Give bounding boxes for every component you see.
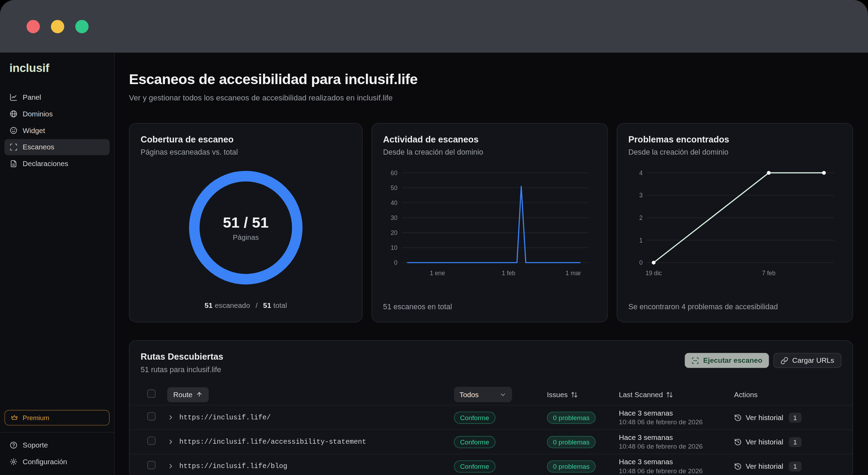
window-close-button[interactable] <box>27 20 40 33</box>
issues-sort-button[interactable]: Issues <box>547 390 578 399</box>
status-badge: Conforme <box>454 411 495 424</box>
globe-icon <box>9 110 18 118</box>
app-body: inclusif Panel Dominios Widget <box>0 52 868 475</box>
chevron-right-icon[interactable] <box>167 438 175 445</box>
status-badge: Conforme <box>454 436 495 448</box>
last-scanned-header-label: Last Scanned <box>619 390 663 399</box>
sidebar: inclusif Panel Dominios Widget <box>0 52 115 475</box>
sidebar-footer: Soporte Configuración <box>0 433 114 475</box>
sidebar-item-declaraciones[interactable]: Declaraciones <box>5 156 110 172</box>
sidebar-item-label: Soporte <box>23 441 48 449</box>
history-count-badge: 1 <box>789 437 801 447</box>
window-minimize-button[interactable] <box>51 20 64 33</box>
page-title: Escaneos de accesibilidad para inclusif.… <box>129 71 868 88</box>
table-body: https://inclusif.life/ Conforme 0 proble… <box>130 405 852 475</box>
svg-text:19 dic: 19 dic <box>645 270 662 277</box>
card-title: Cobertura de escaneo <box>141 134 351 145</box>
crown-icon <box>10 414 18 421</box>
issues-cell: 0 problemas <box>547 436 619 448</box>
status-cell: Conforme <box>454 436 547 448</box>
route-sort-button[interactable]: Route <box>167 387 209 402</box>
status-badge: Conforme <box>454 460 495 472</box>
row-checkbox[interactable] <box>147 461 156 469</box>
card-title: Problemas encontrados <box>628 134 842 145</box>
help-circle-icon <box>9 441 18 449</box>
smiley-icon <box>9 126 18 135</box>
sidebar-item-label: Dominios <box>23 110 52 118</box>
window-titlebar <box>0 0 868 52</box>
history-count-badge: 1 <box>789 461 801 471</box>
window-zoom-button[interactable] <box>75 20 89 33</box>
svg-text:30: 30 <box>391 214 398 221</box>
svg-text:50: 50 <box>391 185 398 191</box>
select-all-cell <box>130 390 167 400</box>
stage: inclusif Panel Dominios Widget <box>0 0 868 475</box>
route-cell: https://inclusif.life/ <box>167 413 454 421</box>
load-urls-label: Cargar URLs <box>792 356 834 365</box>
actions-cell: Ver historial 1 <box>734 461 852 471</box>
svg-text:4: 4 <box>639 170 643 177</box>
route-url: https://inclusif.life/accessibility-stat… <box>180 438 366 445</box>
route-header-label: Route <box>173 390 192 399</box>
last-scanned-sort-button[interactable]: Last Scanned <box>619 390 673 399</box>
actions-header-label: Actions <box>734 390 758 399</box>
last-scanned-header-cell: Last Scanned <box>619 390 734 399</box>
sidebar-item-soporte[interactable]: Soporte <box>5 437 110 453</box>
activity-line-chart: 01020304050601 ene1 feb1 mar <box>383 165 596 302</box>
total-label: total <box>273 301 287 310</box>
run-scan-button[interactable]: Ejecutar escaneo <box>685 353 769 368</box>
donut-center-label: Páginas <box>223 233 269 241</box>
sidebar-item-configuracion[interactable]: Configuración <box>5 454 110 470</box>
scanned-label: escaneado <box>215 301 250 310</box>
issues-badge: 0 problemas <box>547 436 595 448</box>
app-logo: inclusif <box>0 52 114 75</box>
scan-line-icon <box>692 357 699 364</box>
donut-center: 51 / 51 Páginas <box>223 214 269 241</box>
load-urls-button[interactable]: Cargar URLs <box>774 353 842 368</box>
issues-cell: 0 problemas <box>547 460 619 472</box>
arrows-up-down-icon <box>666 391 673 398</box>
card-subtitle: Desde la creación del dominio <box>383 148 596 156</box>
table-header-row: Route Todos Issues <box>130 384 852 405</box>
view-history-button[interactable]: Ver historial <box>746 438 783 446</box>
status-filter-select[interactable]: Todos <box>454 387 512 402</box>
activity-summary: 51 escaneos en total <box>383 303 596 311</box>
sidebar-item-label: Panel <box>23 93 41 101</box>
gear-icon <box>9 458 18 466</box>
actions-header-cell: Actions <box>734 390 852 399</box>
sidebar-spacer <box>0 172 114 410</box>
activity-card: Actividad de escaneos Desde la creación … <box>372 123 608 322</box>
route-header-cell: Route <box>167 387 454 402</box>
total-count: 51 <box>263 301 271 310</box>
row-checkbox[interactable] <box>147 412 156 420</box>
scanned-relative-time: Hace 3 semanas <box>619 458 734 466</box>
sidebar-item-widget[interactable]: Widget <box>5 122 110 138</box>
svg-text:20: 20 <box>391 229 398 236</box>
row-checkbox-cell <box>130 412 167 423</box>
scanned-absolute-time: 10:48 06 de febrero de 2026 <box>619 418 734 426</box>
sidebar-item-panel[interactable]: Panel <box>5 89 110 105</box>
chevron-right-icon[interactable] <box>167 462 175 470</box>
svg-text:1 feb: 1 feb <box>502 270 515 277</box>
select-all-checkbox[interactable] <box>147 390 156 398</box>
chevron-right-icon[interactable] <box>167 414 175 421</box>
chart-line-icon <box>9 93 18 101</box>
svg-text:60: 60 <box>391 170 398 177</box>
routes-card: Rutas Descubiertas 51 rutas para inclusi… <box>129 340 853 475</box>
scan-icon <box>9 143 18 151</box>
route-cell: https://inclusif.life/blog <box>167 462 454 470</box>
app-window: inclusif Panel Dominios Widget <box>0 0 868 475</box>
sidebar-item-label: Escaneos <box>23 143 54 151</box>
main-content: Escaneos de accesibilidad para inclusif.… <box>115 52 868 475</box>
sidebar-item-escaneos[interactable]: Escaneos <box>5 139 110 155</box>
view-history-button[interactable]: Ver historial <box>746 462 783 470</box>
premium-button[interactable]: Premium <box>5 410 110 426</box>
sidebar-nav: Panel Dominios Widget Escaneos <box>0 89 114 172</box>
svg-text:10: 10 <box>391 244 398 251</box>
page-subtitle: Ver y gestionar todos los escaneos de ac… <box>129 93 868 102</box>
view-history-button[interactable]: Ver historial <box>746 413 783 421</box>
coverage-summary: 51escaneado/51total <box>141 301 351 311</box>
row-checkbox[interactable] <box>147 436 156 445</box>
premium-label: Premium <box>23 414 49 421</box>
sidebar-item-dominios[interactable]: Dominios <box>5 106 110 122</box>
